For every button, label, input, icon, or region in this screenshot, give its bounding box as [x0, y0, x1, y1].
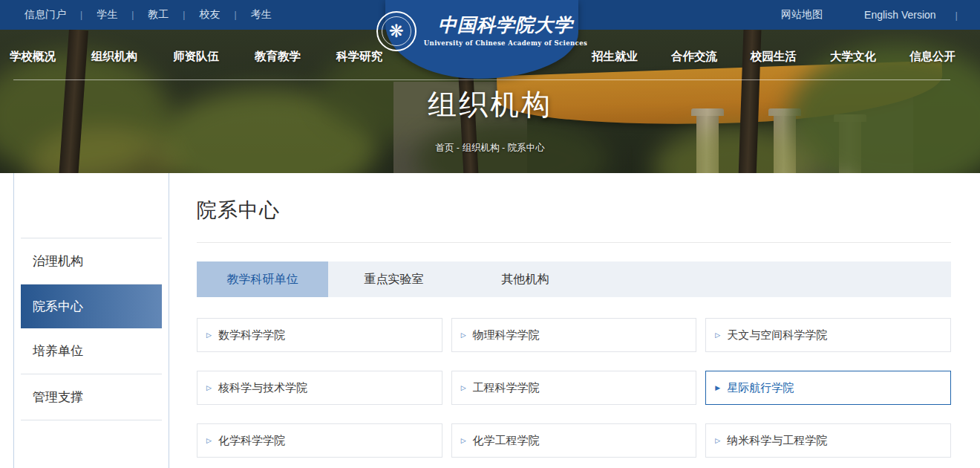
column-art [696, 116, 719, 173]
triangle-icon: ▷ [715, 331, 720, 339]
topbar-quick-links: 信息门户|学生|教工|校友|考生 [24, 8, 272, 22]
topbar-link-3[interactable]: 教工 [148, 8, 169, 22]
nav-item-right-2[interactable]: 合作交流 [671, 49, 717, 65]
primary-nav-right: 招生就业合作交流校园生活大学文化信息公开 [558, 49, 956, 65]
nav-underline [13, 79, 950, 80]
department-card-label: 化学科学学院 [218, 434, 285, 448]
triangle-icon: ▷ [206, 331, 212, 339]
tab-2[interactable]: 重点实验室 [328, 261, 460, 297]
department-card-label: 物理科学学院 [473, 328, 540, 342]
department-card-6[interactable]: ▶星际航行学院 [705, 371, 951, 405]
separator: | [956, 10, 958, 21]
sidebar: 治理机构院系中心培养单位管理支撑 [13, 173, 169, 468]
page: 信息门户|学生|教工|校友|考生 网站地图 English Version | … [0, 0, 980, 468]
department-card-label: 数学科学学院 [218, 328, 285, 342]
sidebar-item-3[interactable]: 培养单位 [21, 328, 162, 374]
sitemap-link[interactable]: 网站地图 [781, 8, 823, 22]
separator: | [234, 10, 236, 20]
triangle-icon: ▷ [206, 437, 212, 444]
nav-item-right-1[interactable]: 招生就业 [592, 49, 638, 65]
column-art [839, 122, 861, 173]
pavilion-roof-art [497, 61, 944, 131]
building-art [393, 82, 527, 173]
section-title: 院系中心 [197, 197, 951, 224]
department-card-1[interactable]: ▷数学科学学院 [197, 318, 442, 352]
topbar-utility-links: 网站地图 English Version | [739, 8, 958, 22]
triangle-icon: ▷ [461, 384, 466, 391]
nav-item-right-3[interactable]: 校园生活 [751, 49, 797, 65]
logo-chinese-name: 中国科学院大学 [438, 11, 573, 39]
building-art [780, 97, 913, 173]
topbar-link-4[interactable]: 校友 [199, 8, 220, 22]
department-card-9[interactable]: ▷纳米科学与工程学院 [705, 423, 951, 458]
tab-1[interactable]: 教学科研单位 [197, 261, 328, 297]
nav-item-left-4[interactable]: 教育教学 [255, 49, 301, 65]
foliage-art [0, 52, 171, 173]
triangle-icon: ▶ [715, 384, 720, 391]
sidebar-item-2[interactable]: 院系中心 [21, 285, 162, 328]
foliage-art [156, 89, 379, 173]
department-card-label: 工程科学学院 [473, 381, 540, 395]
tab-3[interactable]: 其他机构 [460, 261, 591, 297]
logo-wordmark: 中国科学院大学 University of Chinese Academy of… [424, 11, 587, 47]
triangle-icon: ▷ [461, 437, 466, 444]
triangle-icon: ▷ [715, 437, 720, 444]
tab-bar: 教学科研单位重点实验室其他机构 [197, 261, 951, 297]
primary-nav-left: 学校概况组织机构师资队伍教育教学科学研究 [10, 49, 418, 65]
sidebar-item-4[interactable]: 管理支撑 [21, 374, 162, 420]
department-card-label: 化学工程学院 [473, 434, 540, 448]
department-card-label: 核科学与技术学院 [218, 381, 307, 395]
nav-item-left-5[interactable]: 科学研究 [336, 49, 382, 65]
department-card-label: 纳米科学与工程学院 [727, 434, 827, 448]
main-panel: 院系中心 教学科研单位重点实验室其他机构 ▷数学科学学院▷物理科学学院▷天文与空… [197, 173, 951, 458]
separator: | [183, 10, 185, 20]
department-card-2[interactable]: ▷物理科学学院 [451, 318, 697, 352]
nav-item-left-2[interactable]: 组织机构 [91, 49, 137, 65]
topbar-link-5[interactable]: 考生 [251, 8, 272, 22]
title-divider [197, 242, 951, 243]
logo-english-name: University of Chinese Academy of Science… [424, 39, 587, 47]
department-card-4[interactable]: ▷核科学与技术学院 [197, 371, 442, 405]
foliage-art [416, 119, 609, 173]
content-area: 治理机构院系中心培养单位管理支撑 院系中心 教学科研单位重点实验室其他机构 ▷数… [0, 173, 980, 468]
sidebar-item-1[interactable]: 治理机构 [21, 238, 162, 285]
department-card-grid: ▷数学科学学院▷物理科学学院▷天文与空间科学学院▷核科学与技术学院▷工程科学学院… [197, 318, 951, 458]
page-title: 组织机构 [0, 85, 980, 125]
nav-item-left-1[interactable]: 学校概况 [10, 49, 56, 65]
sidebar-menu: 治理机构院系中心培养单位管理支撑 [21, 238, 162, 420]
topbar-link-2[interactable]: 学生 [97, 8, 117, 22]
separator: | [131, 10, 134, 20]
emblem-flower-icon: ❋ [382, 16, 411, 46]
english-version-link[interactable]: English Version [864, 9, 936, 21]
department-card-5[interactable]: ▷工程科学学院 [451, 371, 697, 405]
topbar-link-1[interactable]: 信息门户 [24, 8, 66, 22]
nav-item-right-5[interactable]: 信息公开 [909, 49, 956, 65]
column-art [774, 116, 796, 173]
breadcrumb[interactable]: 首页 - 组织机构 - 院系中心 [0, 142, 980, 155]
triangle-icon: ▷ [206, 384, 212, 391]
foliage-art [653, 126, 817, 173]
foliage-art [30, 126, 178, 173]
department-card-3[interactable]: ▷天文与空间科学学院 [705, 318, 951, 352]
department-card-label: 天文与空间科学学院 [727, 328, 827, 342]
nav-item-left-3[interactable]: 师资队伍 [173, 49, 219, 65]
nav-item-right-4[interactable]: 大学文化 [830, 49, 876, 65]
separator: | [80, 10, 82, 20]
university-emblem-icon: ❋ [376, 11, 416, 51]
department-card-8[interactable]: ▷化学工程学院 [451, 423, 697, 458]
triangle-icon: ▷ [461, 331, 466, 339]
department-card-7[interactable]: ▷化学科学学院 [197, 423, 442, 458]
department-card-label: 星际航行学院 [727, 381, 794, 395]
